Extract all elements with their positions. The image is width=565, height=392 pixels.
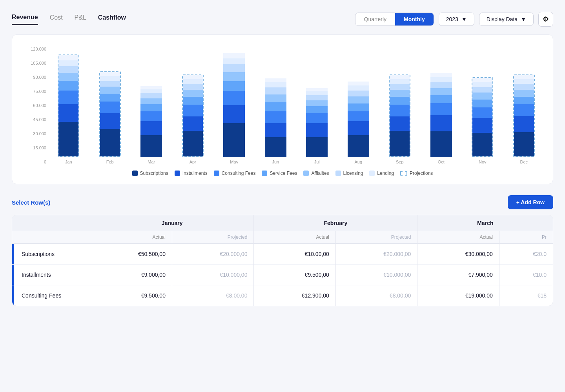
bar-group-oct: Oct [424,73,459,164]
add-row-button[interactable]: + Add Row [508,195,553,209]
bar-segment [183,79,203,84]
select-rows-label[interactable]: Select Row(s) [12,199,50,206]
bar-segment [472,118,492,132]
bar-segment [265,123,286,137]
bar-segment [140,86,162,89]
bar-segment [430,103,452,115]
legend-item: Lending [369,171,394,176]
actual-value: €10.00,00 [254,243,335,265]
bar-segment [348,85,369,91]
bar-segment [514,132,534,156]
bar-month-label: Apr [190,160,196,164]
january-header: January [91,215,254,231]
table-row: Consulting Fees€9.500,00€8.00,00€12.900,… [12,285,553,306]
bar-group-aug: Aug [341,82,376,164]
bar-stack [430,73,452,157]
feb-projected-header: Projected [335,231,417,244]
bar-month-label: Nov [479,160,487,164]
bar-segment [390,79,410,84]
bar-segment [348,103,369,111]
legend-label: Subscriptions [140,171,168,176]
bar-segment [306,137,328,157]
bar-segment [183,84,203,90]
display-data-dropdown[interactable]: Display Data ▼ [479,13,534,26]
bar-segment [140,104,162,111]
bar-stack [99,71,121,157]
table-body: Subscriptions€50.500,00€20.000,00€10.00,… [12,243,553,306]
bar-segment [265,87,286,94]
table-inner: January February March Actual Projected … [12,215,553,306]
bar-segment [183,116,203,131]
actual-value: €9.500,00 [91,285,172,306]
tab-pl[interactable]: P&L [75,14,86,24]
page: Revenue Cost P&L Cashflow Quarterly Mont… [0,0,565,392]
bar-segment [472,133,492,156]
bar-segment [514,104,534,116]
bar-segment [58,122,78,156]
bar-segment [140,111,162,121]
settings-button[interactable]: ⚙ [538,12,553,27]
row-name-cell: Installments [12,265,91,285]
bar-segment [472,78,492,82]
projected-value: €18 [499,285,553,306]
row-name-cell: Subscriptions [12,243,91,265]
bar-segment [265,102,286,111]
bar-month-label: Jan [65,160,72,164]
legend-color [303,171,309,176]
bar-month-label: Dec [520,160,528,164]
bar-segment [472,100,492,107]
february-header: February [254,215,417,231]
bar-segment [472,93,492,100]
bar-segment [58,55,78,60]
bar-segment [100,81,120,87]
header-controls: Quarterly Monthly 2023 ▼ Display Data ▼ … [355,12,553,27]
bars-container: JanFebMarAprMayJunJulAugSepOctNovDec [51,47,541,164]
bar-stack [513,74,535,157]
header: Revenue Cost P&L Cashflow Quarterly Mont… [12,8,553,27]
bar-segment [100,87,120,94]
projected-value: €10.000,00 [172,265,253,285]
quarterly-toggle[interactable]: Quarterly [355,13,396,25]
bar-month-label: Aug [354,160,362,164]
bar-segment [100,129,120,156]
tab-cashflow[interactable]: Cashflow [98,14,126,24]
bar-segment [140,121,162,135]
bar-segment [223,64,245,72]
legend-label: Licensing [343,171,363,176]
bar-segment [183,131,203,156]
actual-value: €9.000,00 [91,265,172,285]
legend-color [400,171,407,176]
monthly-toggle[interactable]: Monthly [395,13,434,25]
row-name-header [12,215,91,231]
table-section: Select Row(s) + Add Row January February… [12,195,553,306]
year-dropdown[interactable]: 2023 ▼ [439,13,474,26]
bar-group-jun: Jun [259,78,293,164]
legend-color [335,171,341,176]
bar-segment [430,131,452,157]
actual-value: €7.900,00 [417,265,499,285]
bar-segment [100,113,120,129]
gear-icon: ⚙ [543,15,549,24]
bar-segment [430,95,452,103]
bar-segment [430,88,452,95]
bar-segment [430,115,452,131]
bar-stack [265,78,286,157]
tab-cost[interactable]: Cost [50,14,63,24]
legend-item: Projections [400,171,433,176]
tab-revenue[interactable]: Revenue [12,14,38,25]
legend-label: Service Fees [270,171,297,176]
bar-segment [265,94,286,102]
bar-group-jul: Jul [300,88,334,164]
bar-stack [182,74,204,157]
bar-segment [348,91,369,96]
bar-segment [58,73,78,81]
bar-stack [389,74,410,157]
data-table: January February March Actual Projected … [12,215,553,306]
legend-item: Subscriptions [132,171,168,176]
bar-group-nov: Nov [465,77,500,164]
bar-segment [183,90,203,97]
projected-value: €20.0 [499,243,553,265]
legend-color [175,171,180,176]
bar-segment [472,82,492,87]
bar-segment [58,91,78,104]
